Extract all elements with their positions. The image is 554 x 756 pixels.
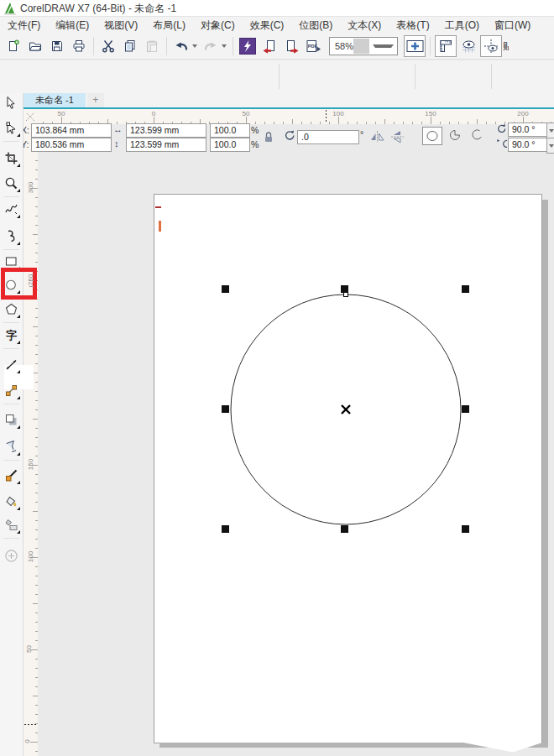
selection-handle[interactable] bbox=[222, 285, 229, 293]
flyout-arrow-icon[interactable] bbox=[17, 315, 20, 318]
menu-item-6[interactable]: 位图(B) bbox=[291, 17, 340, 34]
selection-handle[interactable] bbox=[341, 285, 348, 293]
flyout-arrow-icon[interactable] bbox=[17, 507, 20, 510]
arc-mode-button[interactable] bbox=[468, 127, 486, 143]
object-width-field[interactable]: 123.599 mm bbox=[126, 123, 206, 138]
fullscreen-preview-button[interactable] bbox=[404, 35, 426, 57]
y-position-field[interactable]: 180.536 mm bbox=[31, 138, 112, 152]
ruler-origin[interactable] bbox=[24, 109, 38, 124]
cut-icon bbox=[101, 39, 116, 54]
ruler-tick bbox=[35, 243, 39, 244]
end-angle-dropdown[interactable] bbox=[546, 138, 554, 154]
horizontal-ruler[interactable]: 50050100150200 bbox=[38, 109, 554, 124]
menu-item-2[interactable]: 视图(V) bbox=[97, 17, 145, 34]
zoom-tool[interactable] bbox=[0, 171, 23, 195]
dimension-tool[interactable] bbox=[0, 352, 23, 376]
crop-tool[interactable] bbox=[0, 146, 23, 169]
curve-tool[interactable] bbox=[0, 224, 23, 248]
show-rulers-button[interactable] bbox=[435, 35, 457, 57]
cut-button[interactable] bbox=[97, 35, 119, 57]
start-angle-dropdown[interactable] bbox=[546, 123, 554, 138]
ruler-tick bbox=[35, 409, 39, 410]
flyout-arrow-icon[interactable] bbox=[17, 341, 20, 344]
document-tab[interactable]: 未命名 -1 bbox=[24, 93, 86, 107]
eyedropper-tool[interactable] bbox=[0, 463, 23, 487]
menu-item-9[interactable]: 工具(O) bbox=[437, 17, 487, 34]
corel-connect-button[interactable] bbox=[237, 35, 259, 57]
publish-pdf-icon: PDF bbox=[305, 39, 322, 54]
end-angle-field[interactable]: 90.0 ° bbox=[508, 138, 548, 152]
scale-x-field[interactable]: 100.0 bbox=[210, 123, 250, 138]
h-ruler-label: 100 bbox=[332, 110, 343, 117]
ellipse-mode-button[interactable] bbox=[422, 127, 442, 145]
v-ruler-label: 50 bbox=[25, 645, 33, 653]
copy-button[interactable] bbox=[119, 35, 141, 57]
chevron-down-icon[interactable] bbox=[373, 44, 394, 48]
transparency-tool[interactable] bbox=[0, 435, 23, 458]
menu-item-1[interactable]: 编辑(E) bbox=[48, 17, 97, 34]
flyout-arrow-icon[interactable] bbox=[17, 425, 20, 429]
x-position-field[interactable]: 103.864 mm bbox=[31, 123, 112, 138]
flyout-arrow-icon[interactable] bbox=[17, 530, 20, 534]
selection-handle[interactable] bbox=[222, 405, 229, 413]
menu-item-0[interactable]: 文件(F) bbox=[0, 17, 48, 34]
import-button[interactable] bbox=[259, 35, 280, 57]
publish-pdf-button[interactable]: PDF bbox=[302, 35, 324, 57]
flyout-arrow-icon[interactable] bbox=[17, 396, 20, 399]
print-button[interactable] bbox=[68, 35, 90, 57]
freehand-tool[interactable] bbox=[0, 197, 23, 221]
pie-mode-button[interactable] bbox=[446, 127, 464, 143]
add-tools[interactable] bbox=[0, 544, 23, 567]
flyout-arrow-icon[interactable] bbox=[17, 370, 20, 373]
menu-item-5[interactable]: 效果(C) bbox=[243, 17, 292, 34]
export-button[interactable] bbox=[280, 35, 302, 57]
snap-to-label[interactable]: 贴齐 bbox=[503, 39, 509, 54]
chevron-down-icon[interactable] bbox=[222, 44, 227, 48]
ruler-tick bbox=[35, 686, 39, 687]
undo-button[interactable] bbox=[170, 35, 192, 57]
pick-tool[interactable] bbox=[0, 91, 23, 114]
flyout-arrow-icon[interactable] bbox=[17, 189, 20, 192]
menu-item-10[interactable]: 窗口(W) bbox=[487, 17, 538, 34]
flyout-arrow-icon[interactable] bbox=[17, 481, 20, 484]
flyout-arrow-icon[interactable] bbox=[17, 164, 20, 167]
open-folder-button[interactable] bbox=[24, 35, 46, 57]
start-angle-field[interactable]: 90.0 ° bbox=[508, 123, 548, 137]
text-tool[interactable]: 字 bbox=[0, 323, 23, 347]
selection-handle[interactable] bbox=[341, 525, 348, 533]
zoom-level-combo[interactable]: 58% bbox=[329, 37, 398, 55]
flyout-arrow-icon[interactable] bbox=[17, 452, 20, 456]
connector-tool[interactable] bbox=[0, 378, 23, 402]
polygon-tool[interactable] bbox=[0, 297, 23, 321]
menu-item-7[interactable]: 文本(X) bbox=[340, 17, 389, 34]
chevron-down-icon[interactable] bbox=[192, 44, 197, 48]
mirror-horizontal-button[interactable] bbox=[369, 130, 385, 143]
selection-handle[interactable] bbox=[222, 525, 229, 533]
new-document-button[interactable] bbox=[3, 35, 24, 57]
selection-handle[interactable] bbox=[462, 525, 469, 533]
menu-item-8[interactable]: 表格(T) bbox=[389, 17, 436, 34]
vertical-ruler[interactable]: 300250200150100500 bbox=[24, 124, 38, 756]
flyout-arrow-icon[interactable] bbox=[17, 215, 20, 218]
menu-item-4[interactable]: 对象(C) bbox=[193, 17, 243, 34]
flyout-arrow-icon[interactable] bbox=[17, 133, 20, 137]
scale-y-field[interactable]: 100.0 bbox=[210, 138, 250, 152]
menu-item-3[interactable]: 布局(L) bbox=[145, 17, 193, 34]
lock-ratio-icon[interactable] bbox=[263, 130, 274, 143]
fill-tool[interactable] bbox=[0, 489, 23, 513]
show-grid-button[interactable] bbox=[457, 35, 479, 57]
selection-handle[interactable] bbox=[462, 285, 469, 293]
object-height-field[interactable]: 123.599 mm bbox=[126, 138, 206, 152]
flyout-arrow-icon[interactable] bbox=[17, 242, 20, 245]
shape-tool[interactable] bbox=[0, 116, 23, 139]
snap-options-button[interactable] bbox=[480, 35, 502, 57]
mirror-vertical-button[interactable] bbox=[389, 130, 405, 143]
drop-shadow-tool[interactable] bbox=[0, 408, 23, 431]
ruler-tick bbox=[486, 122, 487, 125]
interactive-fill-tool[interactable] bbox=[0, 513, 23, 536]
save-button[interactable] bbox=[46, 35, 68, 57]
ruler-tick bbox=[35, 179, 39, 180]
new-tab-button[interactable]: + bbox=[87, 93, 104, 107]
selection-handle[interactable] bbox=[462, 405, 469, 413]
rotation-angle-field[interactable]: .0 bbox=[297, 130, 359, 144]
